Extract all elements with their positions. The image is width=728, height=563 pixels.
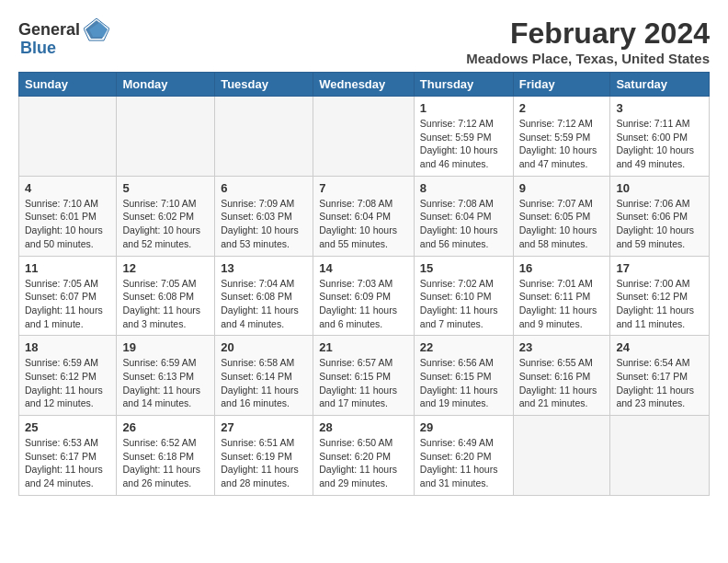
- calendar-cell: 15Sunrise: 7:02 AM Sunset: 6:10 PM Dayli…: [414, 256, 513, 336]
- day-number: 23: [519, 340, 605, 354]
- calendar-week-2: 4Sunrise: 7:10 AM Sunset: 6:01 PM Daylig…: [19, 176, 710, 256]
- calendar-cell: 25Sunrise: 6:53 AM Sunset: 6:17 PM Dayli…: [19, 416, 117, 496]
- day-info: Sunrise: 6:59 AM Sunset: 6:13 PM Dayligh…: [122, 356, 209, 410]
- col-wednesday: Wednesday: [313, 73, 415, 97]
- calendar-table: Sunday Monday Tuesday Wednesday Thursday…: [18, 72, 710, 496]
- day-number: 28: [319, 420, 408, 434]
- day-info: Sunrise: 7:09 AM Sunset: 6:03 PM Dayligh…: [221, 197, 307, 251]
- page: General Blue February 2024 Meadows Place…: [0, 0, 728, 505]
- logo: General Blue: [18, 17, 109, 58]
- main-title: February 2024: [466, 17, 710, 51]
- calendar-cell: 8Sunrise: 7:08 AM Sunset: 6:04 PM Daylig…: [414, 176, 513, 256]
- logo-text-blue: Blue: [20, 39, 56, 58]
- calendar-cell: 5Sunrise: 7:10 AM Sunset: 6:02 PM Daylig…: [117, 176, 215, 256]
- day-number: 7: [319, 181, 408, 195]
- calendar-cell: 24Sunrise: 6:54 AM Sunset: 6:17 PM Dayli…: [610, 336, 710, 416]
- day-number: 21: [319, 340, 408, 354]
- calendar-week-4: 18Sunrise: 6:59 AM Sunset: 6:12 PM Dayli…: [19, 336, 710, 416]
- day-number: 3: [616, 101, 703, 115]
- day-number: 26: [122, 420, 209, 434]
- day-info: Sunrise: 7:06 AM Sunset: 6:06 PM Dayligh…: [616, 197, 703, 251]
- calendar-week-3: 11Sunrise: 7:05 AM Sunset: 6:07 PM Dayli…: [19, 256, 710, 336]
- header: General Blue February 2024 Meadows Place…: [18, 17, 710, 66]
- calendar-cell: [610, 416, 710, 496]
- day-number: 18: [25, 340, 110, 354]
- day-info: Sunrise: 6:49 AM Sunset: 6:20 PM Dayligh…: [420, 436, 507, 490]
- day-number: 9: [519, 181, 605, 195]
- col-saturday: Saturday: [610, 73, 710, 97]
- day-number: 15: [420, 261, 507, 275]
- day-number: 8: [420, 181, 507, 195]
- day-number: 17: [616, 261, 703, 275]
- col-thursday: Thursday: [414, 73, 513, 97]
- calendar-cell: 28Sunrise: 6:50 AM Sunset: 6:20 PM Dayli…: [313, 416, 415, 496]
- day-number: 25: [25, 420, 110, 434]
- calendar-cell: 16Sunrise: 7:01 AM Sunset: 6:11 PM Dayli…: [513, 256, 610, 336]
- calendar-cell: [313, 97, 415, 177]
- calendar-cell: 22Sunrise: 6:56 AM Sunset: 6:15 PM Dayli…: [414, 336, 513, 416]
- day-number: 29: [420, 420, 507, 434]
- day-info: Sunrise: 7:10 AM Sunset: 6:02 PM Dayligh…: [122, 197, 209, 251]
- calendar-cell: 29Sunrise: 6:49 AM Sunset: 6:20 PM Dayli…: [414, 416, 513, 496]
- calendar-cell: 19Sunrise: 6:59 AM Sunset: 6:13 PM Dayli…: [117, 336, 215, 416]
- day-info: Sunrise: 7:12 AM Sunset: 5:59 PM Dayligh…: [519, 117, 605, 171]
- day-info: Sunrise: 6:57 AM Sunset: 6:15 PM Dayligh…: [319, 356, 408, 410]
- day-number: 10: [616, 181, 703, 195]
- calendar-cell: 7Sunrise: 7:08 AM Sunset: 6:04 PM Daylig…: [313, 176, 415, 256]
- calendar-cell: 3Sunrise: 7:11 AM Sunset: 6:00 PM Daylig…: [610, 97, 710, 177]
- day-info: Sunrise: 7:12 AM Sunset: 5:59 PM Dayligh…: [420, 117, 507, 171]
- day-info: Sunrise: 6:53 AM Sunset: 6:17 PM Dayligh…: [25, 436, 110, 490]
- calendar-cell: [19, 97, 117, 177]
- col-sunday: Sunday: [19, 73, 117, 97]
- calendar-cell: 17Sunrise: 7:00 AM Sunset: 6:12 PM Dayli…: [610, 256, 710, 336]
- day-number: 2: [519, 101, 605, 115]
- day-number: 5: [122, 181, 209, 195]
- calendar-cell: 11Sunrise: 7:05 AM Sunset: 6:07 PM Dayli…: [19, 256, 117, 336]
- day-info: Sunrise: 6:56 AM Sunset: 6:15 PM Dayligh…: [420, 356, 507, 410]
- calendar-cell: 12Sunrise: 7:05 AM Sunset: 6:08 PM Dayli…: [117, 256, 215, 336]
- calendar-cell: 4Sunrise: 7:10 AM Sunset: 6:01 PM Daylig…: [19, 176, 117, 256]
- calendar-week-1: 1Sunrise: 7:12 AM Sunset: 5:59 PM Daylig…: [19, 97, 710, 177]
- col-monday: Monday: [117, 73, 215, 97]
- day-number: 13: [221, 261, 307, 275]
- day-info: Sunrise: 6:50 AM Sunset: 6:20 PM Dayligh…: [319, 436, 408, 490]
- day-info: Sunrise: 7:10 AM Sunset: 6:01 PM Dayligh…: [25, 197, 110, 251]
- calendar-cell: 2Sunrise: 7:12 AM Sunset: 5:59 PM Daylig…: [513, 97, 610, 177]
- day-info: Sunrise: 7:08 AM Sunset: 6:04 PM Dayligh…: [319, 197, 408, 251]
- calendar-cell: [117, 97, 215, 177]
- calendar-cell: 23Sunrise: 6:55 AM Sunset: 6:16 PM Dayli…: [513, 336, 610, 416]
- day-info: Sunrise: 6:55 AM Sunset: 6:16 PM Dayligh…: [519, 356, 605, 410]
- day-number: 16: [519, 261, 605, 275]
- calendar-cell: 9Sunrise: 7:07 AM Sunset: 6:05 PM Daylig…: [513, 176, 610, 256]
- day-info: Sunrise: 7:03 AM Sunset: 6:09 PM Dayligh…: [319, 277, 408, 331]
- logo-text-general: General: [18, 20, 80, 40]
- day-info: Sunrise: 7:07 AM Sunset: 6:05 PM Dayligh…: [519, 197, 605, 251]
- day-info: Sunrise: 7:08 AM Sunset: 6:04 PM Dayligh…: [420, 197, 507, 251]
- calendar-week-5: 25Sunrise: 6:53 AM Sunset: 6:17 PM Dayli…: [19, 416, 710, 496]
- calendar-cell: 10Sunrise: 7:06 AM Sunset: 6:06 PM Dayli…: [610, 176, 710, 256]
- header-row: Sunday Monday Tuesday Wednesday Thursday…: [19, 73, 710, 97]
- day-number: 20: [221, 340, 307, 354]
- day-info: Sunrise: 7:01 AM Sunset: 6:11 PM Dayligh…: [519, 277, 605, 331]
- subtitle: Meadows Place, Texas, United States: [466, 51, 710, 66]
- title-block: February 2024 Meadows Place, Texas, Unit…: [466, 17, 710, 66]
- day-number: 24: [616, 340, 703, 354]
- day-number: 6: [221, 181, 307, 195]
- calendar-cell: 18Sunrise: 6:59 AM Sunset: 6:12 PM Dayli…: [19, 336, 117, 416]
- calendar-cell: 27Sunrise: 6:51 AM Sunset: 6:19 PM Dayli…: [215, 416, 313, 496]
- day-number: 11: [25, 261, 110, 275]
- calendar-cell: 26Sunrise: 6:52 AM Sunset: 6:18 PM Dayli…: [117, 416, 215, 496]
- day-info: Sunrise: 6:58 AM Sunset: 6:14 PM Dayligh…: [221, 356, 307, 410]
- day-info: Sunrise: 7:11 AM Sunset: 6:00 PM Dayligh…: [616, 117, 703, 171]
- day-number: 22: [420, 340, 507, 354]
- day-info: Sunrise: 6:54 AM Sunset: 6:17 PM Dayligh…: [616, 356, 703, 410]
- logo-icon: [84, 17, 109, 42]
- calendar-cell: 14Sunrise: 7:03 AM Sunset: 6:09 PM Dayli…: [313, 256, 415, 336]
- col-friday: Friday: [513, 73, 610, 97]
- day-info: Sunrise: 6:59 AM Sunset: 6:12 PM Dayligh…: [25, 356, 110, 410]
- day-number: 1: [420, 101, 507, 115]
- calendar-cell: 6Sunrise: 7:09 AM Sunset: 6:03 PM Daylig…: [215, 176, 313, 256]
- day-info: Sunrise: 6:51 AM Sunset: 6:19 PM Dayligh…: [221, 436, 307, 490]
- day-number: 14: [319, 261, 408, 275]
- day-number: 19: [122, 340, 209, 354]
